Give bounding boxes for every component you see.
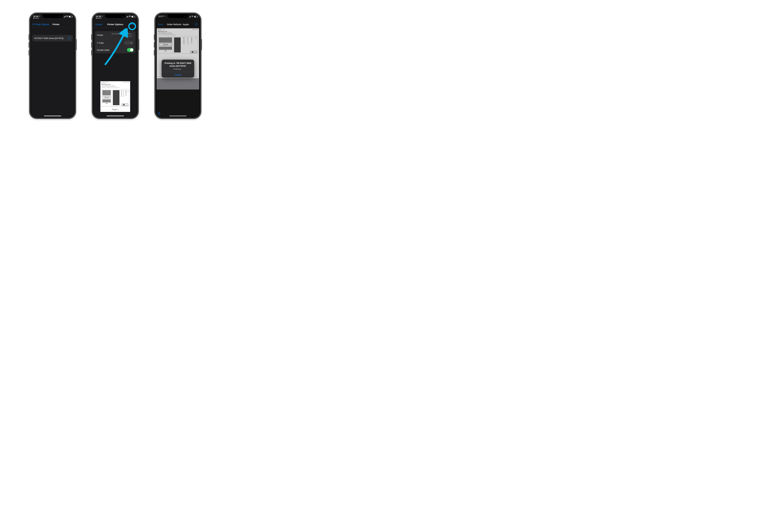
barcode-icon: [102, 90, 111, 95]
cellular-icon: [64, 16, 65, 18]
battery-icon: [131, 16, 135, 18]
battery-icon: [69, 16, 72, 18]
wifi-icon: [66, 15, 68, 18]
phone-frame-2: 12:16 ◀ Search Cance: [92, 12, 139, 119]
screen-3: 12:17 Done Order Ref: [156, 14, 200, 117]
cancel-button[interactable]: Cancel: [95, 23, 106, 26]
nav-back-button[interactable]: Printer Options: [33, 23, 49, 26]
qr-code-icon: [113, 90, 120, 105]
status-time: 12:16: [96, 15, 101, 18]
home-indicator[interactable]: [107, 115, 124, 116]
location-icon: [39, 15, 40, 17]
fedex-logo-icon: [123, 104, 125, 105]
modal-cancel-button[interactable]: Cancel: [162, 72, 194, 77]
location-icon: [101, 15, 103, 17]
double-sided-row: Double-sided: [95, 46, 135, 53]
double-sided-label: Double-sided: [97, 49, 109, 51]
modal-message: Printing to "HP ENVY 5000 series [6A73C0…: [162, 60, 194, 68]
printer-row-value: HP ENVY 5000 series [6A73C0]: [103, 33, 132, 37]
copies-decrement-button[interactable]: −: [124, 41, 129, 45]
copies-row: 1 Copy − +: [95, 39, 135, 46]
phone-frame-1: 12:16 ◀ Search: [29, 12, 76, 119]
barcode-icon: [102, 99, 111, 102]
printer-name: HP ENVY 5000 series [6A73C0]: [34, 37, 63, 39]
nav-title: Printer Options: [106, 23, 124, 26]
notch: [42, 14, 63, 18]
preview-header: Order Refund – Apple 11/23/20, 12:16 AM: [100, 81, 130, 83]
back-to-app[interactable]: ◀ Search: [96, 18, 103, 19]
chevron-right-icon: [132, 34, 134, 36]
wifi-icon: [129, 15, 131, 18]
nav-bar: Printer Options Printer: [31, 21, 74, 28]
printing-modal: Printing to "HP ENVY 5000 series [6A73C0…: [162, 60, 194, 77]
print-preview-page[interactable]: Order Refund – Apple 11/23/20, 12:16 AM …: [100, 81, 130, 112]
nav-title: Printer: [53, 23, 60, 26]
screen-1: 12:16 ◀ Search: [31, 14, 74, 117]
home-indicator[interactable]: [44, 115, 61, 116]
printer-row-label: Printer: [97, 34, 103, 36]
chevron-left-icon: [32, 23, 34, 25]
annotation-highlight-ring: [128, 22, 136, 30]
copies-label: 1 Copy: [97, 42, 104, 44]
cancel-label: Cancel: [95, 23, 102, 26]
modal-subtext: Preparing…: [162, 68, 194, 72]
phone-frame-3: 12:17 Done Order Ref: [154, 12, 201, 119]
screen-2: 12:16 ◀ Search Cance: [93, 14, 137, 117]
preview-label-section: Label 1 of 1 Return Shipping Label: [100, 83, 130, 85]
cellular-icon: [126, 16, 128, 18]
info-icon[interactable]: i: [68, 37, 71, 40]
print-options-block: Printer HP ENVY 5000 series [6A73C0] 1 C…: [95, 31, 135, 53]
status-time: 12:16: [33, 15, 38, 18]
copies-stepper: − +: [124, 41, 133, 45]
nav-back-label: Printer Options: [35, 23, 49, 26]
preview-page-footer: Page 1: [100, 106, 130, 112]
notch: [105, 14, 125, 18]
preview-steps: Cut this label and attach it to your shi…: [100, 85, 130, 88]
double-sided-toggle[interactable]: [127, 48, 133, 52]
copies-increment-button[interactable]: +: [129, 41, 133, 45]
printer-row[interactable]: Printer HP ENVY 5000 series [6A73C0]: [95, 31, 135, 39]
shipping-label-graphic: 7199 7744 37095 DARRELL WALTRIP DR 1430 …: [101, 89, 129, 106]
printer-list-item[interactable]: HP ENVY 5000 series [6A73C0] i: [32, 35, 73, 41]
back-to-app[interactable]: ◀ Search: [33, 18, 40, 19]
